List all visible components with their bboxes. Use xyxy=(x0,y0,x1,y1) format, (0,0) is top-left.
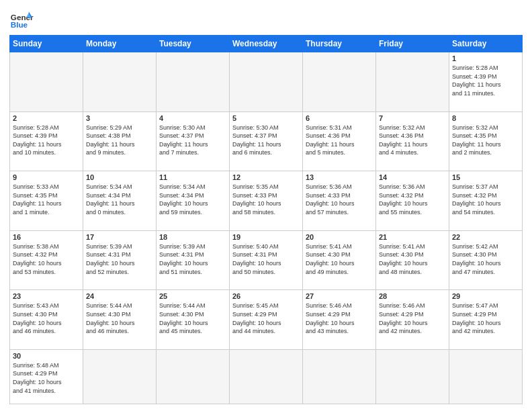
calendar-cell: 21Sunrise: 5:41 AM Sunset: 4:30 PM Dayli… xyxy=(376,230,449,290)
calendar-cell: 13Sunrise: 5:36 AM Sunset: 4:33 PM Dayli… xyxy=(303,171,376,231)
day-number: 23 xyxy=(13,292,80,300)
day-info: Sunrise: 5:35 AM Sunset: 4:33 PM Dayligh… xyxy=(232,183,300,216)
calendar-cell: 15Sunrise: 5:37 AM Sunset: 4:32 PM Dayli… xyxy=(449,171,523,231)
day-info: Sunrise: 5:46 AM Sunset: 4:29 PM Dayligh… xyxy=(306,302,373,335)
calendar-cell: 24Sunrise: 5:44 AM Sunset: 4:30 PM Dayli… xyxy=(83,290,157,350)
calendar-cell: 11Sunrise: 5:34 AM Sunset: 4:34 PM Dayli… xyxy=(157,171,230,231)
day-info: Sunrise: 5:30 AM Sunset: 4:37 PM Dayligh… xyxy=(159,124,226,157)
calendar-cell: 12Sunrise: 5:35 AM Sunset: 4:33 PM Dayli… xyxy=(230,171,303,231)
day-number: 8 xyxy=(452,114,519,122)
calendar-cell: 16Sunrise: 5:38 AM Sunset: 4:32 PM Dayli… xyxy=(10,230,83,290)
day-info: Sunrise: 5:28 AM Sunset: 4:39 PM Dayligh… xyxy=(452,64,519,97)
day-number: 13 xyxy=(306,173,373,181)
day-number: 18 xyxy=(159,233,226,241)
day-number: 24 xyxy=(86,292,153,300)
calendar-cell: 28Sunrise: 5:46 AM Sunset: 4:29 PM Dayli… xyxy=(376,290,449,350)
day-info: Sunrise: 5:29 AM Sunset: 4:38 PM Dayligh… xyxy=(86,124,153,157)
calendar-cell: 8Sunrise: 5:32 AM Sunset: 4:35 PM Daylig… xyxy=(449,111,523,171)
day-number: 1 xyxy=(452,54,519,62)
calendar-cell: 10Sunrise: 5:34 AM Sunset: 4:34 PM Dayli… xyxy=(83,171,157,231)
day-info: Sunrise: 5:42 AM Sunset: 4:30 PM Dayligh… xyxy=(452,242,519,276)
logo: General Blue xyxy=(9,7,34,31)
calendar-cell xyxy=(449,349,523,404)
weekday-header-tuesday: Tuesday xyxy=(157,36,230,52)
day-number: 21 xyxy=(379,233,446,241)
day-info: Sunrise: 5:34 AM Sunset: 4:34 PM Dayligh… xyxy=(159,183,226,216)
calendar-cell xyxy=(157,349,230,404)
day-number: 4 xyxy=(159,114,226,122)
page: General Blue SundayMondayTuesdayWednesda… xyxy=(0,0,532,411)
day-info: Sunrise: 5:32 AM Sunset: 4:36 PM Dayligh… xyxy=(379,124,446,157)
day-number: 10 xyxy=(86,173,153,181)
day-number: 26 xyxy=(232,292,300,300)
day-info: Sunrise: 5:39 AM Sunset: 4:31 PM Dayligh… xyxy=(86,242,153,276)
day-number: 30 xyxy=(13,352,80,360)
day-info: Sunrise: 5:41 AM Sunset: 4:30 PM Dayligh… xyxy=(379,242,446,276)
weekday-header-thursday: Thursday xyxy=(303,36,376,52)
calendar-cell xyxy=(157,52,230,112)
calendar-cell: 29Sunrise: 5:47 AM Sunset: 4:29 PM Dayli… xyxy=(449,290,523,350)
day-info: Sunrise: 5:48 AM Sunset: 4:29 PM Dayligh… xyxy=(13,361,80,395)
weekday-header-friday: Friday xyxy=(376,36,449,52)
day-number: 5 xyxy=(232,114,300,122)
day-number: 27 xyxy=(306,292,373,300)
calendar-cell: 14Sunrise: 5:36 AM Sunset: 4:32 PM Dayli… xyxy=(376,171,449,231)
day-info: Sunrise: 5:40 AM Sunset: 4:31 PM Dayligh… xyxy=(232,242,300,276)
calendar-cell xyxy=(83,52,157,112)
calendar-cell xyxy=(376,349,449,404)
day-info: Sunrise: 5:34 AM Sunset: 4:34 PM Dayligh… xyxy=(86,183,153,216)
day-number: 11 xyxy=(159,173,226,181)
logo-icon: General Blue xyxy=(9,7,34,31)
calendar-cell: 5Sunrise: 5:30 AM Sunset: 4:37 PM Daylig… xyxy=(230,111,303,171)
day-number: 14 xyxy=(379,173,446,181)
day-info: Sunrise: 5:31 AM Sunset: 4:36 PM Dayligh… xyxy=(306,124,373,157)
calendar-cell: 7Sunrise: 5:32 AM Sunset: 4:36 PM Daylig… xyxy=(376,111,449,171)
day-info: Sunrise: 5:46 AM Sunset: 4:29 PM Dayligh… xyxy=(379,302,446,335)
calendar-cell: 3Sunrise: 5:29 AM Sunset: 4:38 PM Daylig… xyxy=(83,111,157,171)
day-number: 3 xyxy=(86,114,153,122)
day-info: Sunrise: 5:39 AM Sunset: 4:31 PM Dayligh… xyxy=(159,242,226,276)
day-info: Sunrise: 5:37 AM Sunset: 4:32 PM Dayligh… xyxy=(452,183,519,216)
header: General Blue xyxy=(9,7,523,31)
calendar-cell: 30Sunrise: 5:48 AM Sunset: 4:29 PM Dayli… xyxy=(10,349,83,404)
day-number: 12 xyxy=(232,173,300,181)
calendar-table: SundayMondayTuesdayWednesdayThursdayFrid… xyxy=(9,35,523,404)
day-number: 6 xyxy=(306,114,373,122)
calendar-cell: 1Sunrise: 5:28 AM Sunset: 4:39 PM Daylig… xyxy=(449,52,523,112)
calendar-cell: 25Sunrise: 5:44 AM Sunset: 4:30 PM Dayli… xyxy=(157,290,230,350)
day-number: 9 xyxy=(13,173,80,181)
calendar-cell xyxy=(303,52,376,112)
day-info: Sunrise: 5:33 AM Sunset: 4:35 PM Dayligh… xyxy=(13,183,80,216)
calendar-cell xyxy=(376,52,449,112)
day-info: Sunrise: 5:44 AM Sunset: 4:30 PM Dayligh… xyxy=(86,302,153,335)
weekday-header-monday: Monday xyxy=(83,36,157,52)
day-number: 19 xyxy=(232,233,300,241)
day-info: Sunrise: 5:38 AM Sunset: 4:32 PM Dayligh… xyxy=(13,242,80,276)
calendar-cell: 17Sunrise: 5:39 AM Sunset: 4:31 PM Dayli… xyxy=(83,230,157,290)
day-info: Sunrise: 5:43 AM Sunset: 4:30 PM Dayligh… xyxy=(13,302,80,335)
day-number: 25 xyxy=(159,292,226,300)
weekday-header-sunday: Sunday xyxy=(10,36,83,52)
day-info: Sunrise: 5:45 AM Sunset: 4:29 PM Dayligh… xyxy=(232,302,300,335)
calendar-cell xyxy=(303,349,376,404)
day-number: 2 xyxy=(13,114,80,122)
day-number: 29 xyxy=(452,292,519,300)
calendar-cell xyxy=(230,349,303,404)
day-number: 17 xyxy=(86,233,153,241)
calendar-cell: 6Sunrise: 5:31 AM Sunset: 4:36 PM Daylig… xyxy=(303,111,376,171)
day-info: Sunrise: 5:30 AM Sunset: 4:37 PM Dayligh… xyxy=(232,124,300,157)
calendar-cell: 20Sunrise: 5:41 AM Sunset: 4:30 PM Dayli… xyxy=(303,230,376,290)
day-info: Sunrise: 5:32 AM Sunset: 4:35 PM Dayligh… xyxy=(452,124,519,157)
day-number: 28 xyxy=(379,292,446,300)
calendar-cell: 26Sunrise: 5:45 AM Sunset: 4:29 PM Dayli… xyxy=(230,290,303,350)
weekday-header-saturday: Saturday xyxy=(449,36,523,52)
calendar-cell xyxy=(83,349,157,404)
calendar-cell xyxy=(230,52,303,112)
day-number: 22 xyxy=(452,233,519,241)
day-number: 20 xyxy=(306,233,373,241)
calendar-cell: 2Sunrise: 5:28 AM Sunset: 4:39 PM Daylig… xyxy=(10,111,83,171)
calendar-cell: 27Sunrise: 5:46 AM Sunset: 4:29 PM Dayli… xyxy=(303,290,376,350)
day-info: Sunrise: 5:47 AM Sunset: 4:29 PM Dayligh… xyxy=(452,302,519,335)
calendar-cell xyxy=(10,52,83,112)
calendar-cell: 19Sunrise: 5:40 AM Sunset: 4:31 PM Dayli… xyxy=(230,230,303,290)
